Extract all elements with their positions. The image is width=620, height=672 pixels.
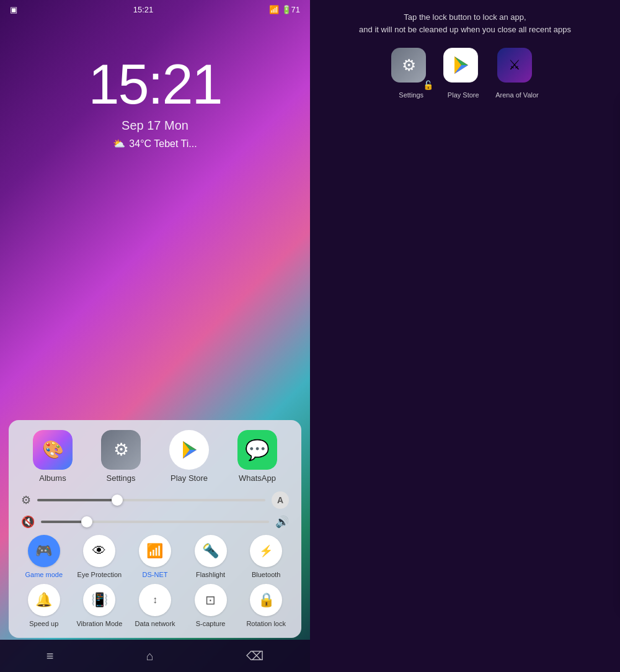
left-panel: ▣ 15:21 📶 🔋71 15:21 Sep 17 Mon ⛅ 34°C Te… [0, 0, 310, 672]
wifi-icon: 📶 [269, 5, 279, 14]
vibration-icon: 📳 [83, 584, 115, 616]
whatsapp-label: WhatsApp [239, 473, 276, 483]
rotation-lock-label: Rotation lock [246, 620, 286, 628]
nav-menu-left[interactable]: ≡ [46, 649, 54, 663]
volume-low-icon: 🔇 [21, 515, 35, 529]
recent-settings-icon: ⚙ [391, 48, 426, 83]
brightness-track[interactable] [37, 499, 265, 501]
weather-line: ⛅ 34°C Tebet Ti... [0, 138, 310, 150]
connectivity-icons: 📶 🔋71 [269, 5, 300, 14]
rotation-lock-icon: 🔒 [250, 584, 282, 616]
s-capture-label: S-capture [196, 620, 226, 628]
recent-playstore-icon [443, 48, 478, 83]
volume-fill [41, 521, 87, 523]
nav-bar-left: ≡ ⌂ ⌫ [0, 640, 310, 672]
flashlight-label: Flashlight [196, 571, 225, 579]
toggle-game-mode[interactable]: 🎮 Game mode [19, 535, 69, 579]
toggle-rotation-lock[interactable]: 🔒 Rotation lock [241, 584, 291, 628]
s-capture-icon: ⊡ [195, 584, 227, 616]
big-time: 15:21 [0, 56, 310, 112]
whatsapp-app-icon: 💬 [237, 430, 277, 470]
albums-label: Albums [39, 473, 66, 483]
speed-up-icon: 🔔 [28, 584, 60, 616]
lock-hint-text-1: Tap the lock button to lock an app, [404, 12, 526, 22]
ds-net-icon: 📶 [139, 535, 171, 567]
flashlight-icon: 🔦 [195, 535, 227, 567]
data-network-icon: ↕ [139, 584, 171, 616]
lock-hint-text-2: and it will not be cleaned up when you c… [359, 25, 571, 34]
quick-settings-panel: 🎨 Albums ⚙ Settings [9, 420, 301, 638]
nav-back-left[interactable]: ⌫ [246, 648, 264, 663]
toggle-ds-net[interactable]: 📶 DS-NET [130, 535, 180, 579]
nav-home-left[interactable]: ⌂ [146, 649, 154, 663]
weather-text: 34°C Tebet Ti... [129, 138, 197, 150]
recent-app-arena-wrap: ⚔ [497, 48, 537, 87]
toggle-bluetooth[interactable]: ⚡ Bluetooth [241, 535, 291, 579]
qs-app-albums[interactable]: 🎨 Albums [33, 430, 73, 483]
lock-hint-area: Tap the lock button to lock an app, and … [310, 0, 620, 42]
bluetooth-label: Bluetooth [252, 571, 280, 579]
toggle-eye-protection[interactable]: 👁 Eye Protection [74, 535, 125, 579]
settings-label: Settings [107, 473, 136, 483]
speed-up-label: Speed up [29, 620, 58, 628]
date-line: Sep 17 Mon [0, 119, 310, 133]
quick-toggle-grid: 🎮 Game mode 👁 Eye Protection 📶 DS-NET 🔦 … [19, 535, 291, 628]
playstore-app-icon [169, 430, 209, 470]
recent-app-settings[interactable]: ⚙ 🔓 Settings [391, 48, 431, 99]
qs-app-whatsapp[interactable]: 💬 WhatsApp [237, 430, 277, 483]
albums-icon: 🎨 [33, 430, 73, 470]
right-panel: Tap the lock button to lock an app, and … [310, 0, 620, 672]
toggle-vibration[interactable]: 📳 Vibration Mode [74, 584, 125, 628]
toggle-flashlight[interactable]: 🔦 Flashlight [185, 535, 236, 579]
eye-protection-label: Eye Protection [78, 571, 122, 579]
game-mode-label: Game mode [25, 571, 63, 579]
toggle-speed-up[interactable]: 🔔 Speed up [19, 584, 69, 628]
weather-icon: ⛅ [113, 138, 125, 150]
recent-playstore-label: Play Store [448, 91, 479, 99]
volume-slider-row: 🔇 🔊 [19, 515, 291, 529]
brightness-slider-row: ⚙ A [19, 491, 291, 509]
recent-arena-label: Arena of Valor [495, 91, 539, 99]
bluetooth-icon: ⚡ [250, 535, 282, 567]
recent-settings-label: Settings [399, 91, 423, 99]
qs-app-row: 🎨 Albums ⚙ Settings [19, 430, 291, 483]
qs-app-settings[interactable]: ⚙ Settings [101, 430, 141, 483]
battery-icon: 🔋71 [281, 5, 300, 14]
brightness-thumb[interactable] [112, 495, 123, 506]
recent-apps-row: ⚙ 🔓 Settings Play Store [310, 42, 620, 105]
toggle-data-network[interactable]: ↕ Data network [130, 584, 180, 628]
brightness-fill [37, 499, 117, 501]
playstore-label: Play Store [170, 473, 208, 483]
volume-track[interactable] [41, 521, 269, 523]
settings-app-icon: ⚙ [101, 430, 141, 470]
vibration-label: Vibration Mode [76, 620, 122, 628]
recent-app-playstore-wrap [443, 48, 483, 87]
qs-app-playstore[interactable]: Play Store [169, 430, 209, 483]
time-display: 15:21 Sep 17 Mon ⛅ 34°C Tebet Ti... [0, 56, 310, 150]
recent-app-settings-wrap: ⚙ 🔓 [391, 48, 431, 87]
font-size-indicator[interactable]: A [272, 491, 289, 509]
volume-thumb[interactable] [81, 516, 92, 527]
time-small: 15:21 [133, 5, 154, 14]
signal-icon: ▣ [10, 5, 17, 14]
lock-badge-settings: 🔓 [423, 80, 433, 90]
game-mode-icon: 🎮 [28, 535, 60, 567]
toggle-s-capture[interactable]: ⊡ S-capture [185, 584, 236, 628]
status-bar-left: ▣ 15:21 📶 🔋71 [0, 0, 310, 19]
data-network-label: Data network [135, 620, 175, 628]
volume-high-icon: 🔊 [275, 515, 289, 529]
recent-app-playstore[interactable]: Play Store [443, 48, 483, 99]
recent-arena-icon: ⚔ [497, 48, 532, 83]
brightness-low-icon: ⚙ [21, 493, 31, 507]
recent-app-arena[interactable]: ⚔ Arena of Valor [495, 48, 539, 99]
eye-protection-icon: 👁 [83, 535, 115, 567]
ds-net-label: DS-NET [143, 571, 168, 579]
